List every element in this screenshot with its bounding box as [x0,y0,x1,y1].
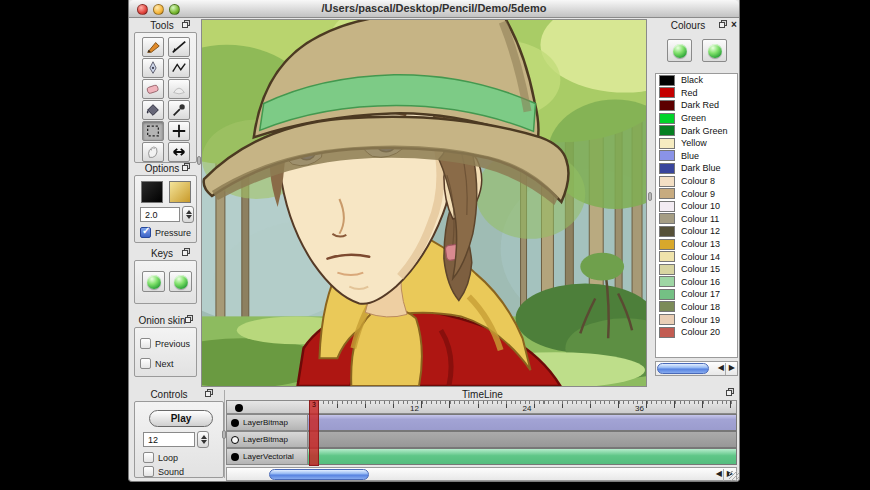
fps-stepper[interactable] [197,431,209,448]
previous-label: Previous [155,339,190,349]
colour-item[interactable]: Colour 14 [656,250,737,263]
layer-label-cell[interactable]: LayerBitmap [226,414,308,431]
colour-item[interactable]: Dark Red [656,99,737,112]
colour-item[interactable]: Colour 15 [656,263,737,276]
timeline-ruler[interactable]: 122436 [226,400,737,414]
secondary-colour-swatch[interactable] [169,181,191,203]
float-panel-icon[interactable] [719,20,728,29]
select-tool-button[interactable] [142,121,164,141]
layer-label-cell[interactable]: LayerBitmap [226,431,308,448]
float-panel-icon[interactable] [185,315,194,324]
hand-tool-button[interactable] [142,142,164,162]
float-panel-icon[interactable] [205,389,214,398]
sound-checkbox[interactable] [143,466,154,477]
colour-swatch [659,327,675,338]
colour-swatch [659,276,675,287]
colour-item[interactable]: Colour 10 [656,200,737,213]
colour-item[interactable]: Dark Blue [656,162,737,175]
fps-input[interactable]: 12 [143,432,195,447]
scroll-left-arrow-icon[interactable]: ◀ [718,363,724,372]
colour-item[interactable]: Colour 20 [656,326,737,339]
pen-tool-button[interactable] [168,37,190,57]
layer-track[interactable] [308,448,737,465]
window-resize-grip[interactable] [729,471,739,481]
move-tool-button[interactable] [168,121,190,141]
colour-swatch [659,188,675,199]
horizontal-arrows-icon [170,144,188,160]
colour-label: Dark Green [681,126,728,136]
pencil-tool-button[interactable] [142,37,164,57]
timeline-scroll-left-arrow-icon[interactable]: ◀ [716,469,722,478]
colour-item[interactable]: Colour 16 [656,276,737,289]
bucket-tool-button[interactable] [142,100,164,120]
eyedropper-tool-button[interactable] [168,100,190,120]
colour-item[interactable]: Red [656,87,737,100]
play-button[interactable]: Play [149,410,213,427]
float-panel-icon[interactable] [182,20,191,29]
loop-checkbox[interactable] [143,452,154,463]
smudge-tool-button[interactable] [168,79,190,99]
layer-row[interactable]: LayerVectorial [226,448,737,465]
previous-frame-checkbox[interactable] [140,338,151,349]
float-panel-icon[interactable] [726,388,735,397]
colour-item[interactable]: Colour 8 [656,175,737,188]
colour-item[interactable]: Colour 9 [656,187,737,200]
layer-label-cell[interactable]: LayerVectorial [226,448,308,465]
colour-swatch [659,226,675,237]
pressure-checkbox[interactable] [140,227,151,238]
colour-item[interactable]: Colour 11 [656,213,737,226]
add-keyframe-button[interactable] [142,271,165,292]
colour-label: Colour 9 [681,189,715,199]
colour-item[interactable]: Yellow [656,137,737,150]
colour-item[interactable]: Colour 18 [656,301,737,314]
canvas-area[interactable] [201,19,647,387]
panel-splitter-handle[interactable] [648,192,652,201]
eraser-tool-button[interactable] [142,79,164,99]
layer-row[interactable]: LayerBitmap [226,414,737,431]
colour-item[interactable]: Black [656,74,737,87]
scroll-right-arrow-icon[interactable]: ▶ [729,363,735,372]
primary-colour-swatch[interactable] [141,181,163,203]
ink-tool-button[interactable] [142,58,164,78]
layer-row[interactable]: LayerBitmap [226,431,737,448]
colour-item[interactable]: Blue [656,150,737,163]
colour-label: Green [681,113,706,123]
layer-visibility-indicator[interactable] [231,436,239,444]
remove-keyframe-button[interactable] [169,271,192,292]
ruler-origin-dot [235,404,243,412]
playhead[interactable]: 3 [309,400,319,466]
timeline-scrollbar[interactable]: ◀ ▶ [226,467,737,481]
add-colour-button[interactable] [667,39,692,62]
paint-bucket-icon [144,102,162,118]
float-panel-icon[interactable] [182,248,191,257]
timeline-scroll-thumb[interactable] [269,469,369,480]
eraser-icon [144,81,162,97]
colour-item[interactable]: Colour 12 [656,225,737,238]
layer-visibility-indicator[interactable] [231,453,239,461]
colour-item[interactable]: Colour 13 [656,238,737,251]
layer-track[interactable] [308,431,737,448]
colours-scrollbar[interactable]: ◀ ▶ [655,361,738,376]
remove-colour-button[interactable] [702,39,727,62]
colour-item[interactable]: Green [656,112,737,125]
colour-item[interactable]: Colour 17 [656,288,737,301]
controls-panel: Play 12 Loop Sound [134,401,224,478]
colour-item[interactable]: Dark Green [656,124,737,137]
colour-item[interactable]: Colour 19 [656,313,737,326]
next-frame-checkbox[interactable] [140,358,151,369]
layer-track[interactable] [308,414,737,431]
stroke-width-input[interactable]: 2.0 [140,207,180,222]
layer-visibility-indicator[interactable] [231,419,239,427]
polyline-tool-button[interactable] [168,58,190,78]
ruler-frame-label: 36 [635,404,644,413]
colour-swatch [659,213,675,224]
float-panel-icon[interactable] [182,163,191,172]
flip-tool-button[interactable] [168,142,190,162]
stroke-width-stepper[interactable] [182,206,194,223]
close-panel-icon[interactable]: × [731,19,737,30]
colour-label: Colour 11 [681,214,719,224]
colours-scroll-thumb[interactable] [657,363,709,374]
colour-label: Colour 10 [681,201,720,211]
keys-panel [134,260,197,304]
colour-label: Red [681,88,698,98]
